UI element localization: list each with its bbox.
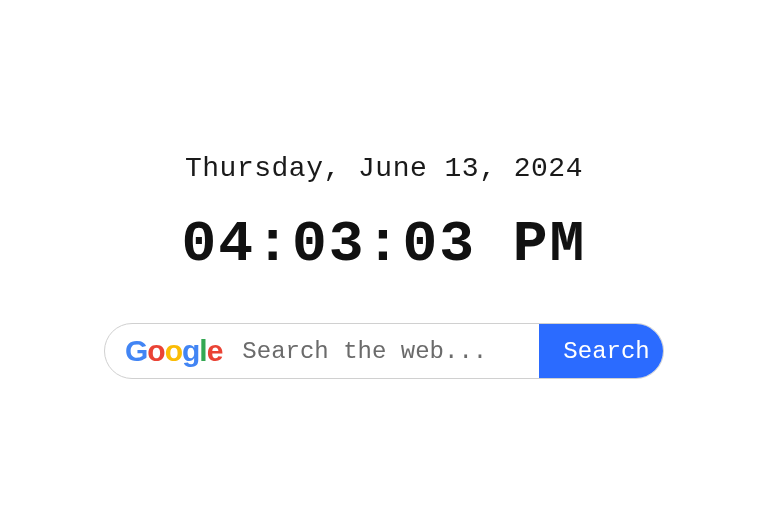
date-display: Thursday, June 13, 2024 xyxy=(185,153,583,184)
time-display: 04:03:03 PM xyxy=(182,212,587,277)
search-input[interactable] xyxy=(234,324,539,378)
google-logo: Google xyxy=(105,324,234,378)
search-button[interactable]: Search xyxy=(539,324,664,378)
search-bar: Google Search xyxy=(104,323,664,379)
